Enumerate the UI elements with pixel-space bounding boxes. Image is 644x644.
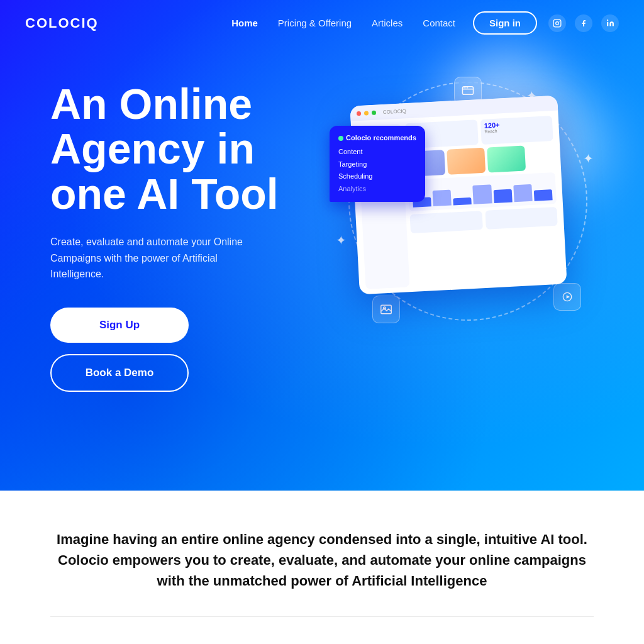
dot-green (372, 110, 376, 114)
navbar: COLOCIQ Home Pricing & Offering Articles… (0, 0, 644, 46)
nav-item-home[interactable]: Home (231, 18, 258, 29)
nav-link-articles[interactable]: Articles (372, 18, 402, 28)
signup-button[interactable]: Sign Up (50, 308, 189, 343)
dashboard-images (406, 144, 555, 177)
play-icon (553, 283, 581, 311)
bar-6 (513, 184, 532, 202)
mini-card-1 (410, 211, 483, 233)
hero-subtitle: Create, evaluate and automate your Onlin… (50, 234, 264, 282)
hero-section: An Online Agency in one AI Tool Create, … (0, 0, 644, 491)
ai-indicator (338, 136, 343, 141)
svg-rect-3 (607, 22, 608, 26)
book-demo-button[interactable]: Book a Demo (50, 354, 189, 392)
preview-image-2 (447, 148, 486, 175)
facebook-icon[interactable] (575, 14, 592, 32)
nav-links: Home Pricing & Offering Articles Contact (231, 18, 455, 29)
section-divider (50, 616, 594, 617)
bar-5 (493, 189, 512, 203)
image-icon (372, 296, 400, 323)
dot-red (357, 111, 361, 115)
hero-content: An Online Agency in one AI Tool Create, … (50, 69, 314, 392)
value-proposition-section: Imagine having an entire online agency c… (0, 491, 644, 644)
svg-rect-0 (553, 19, 561, 27)
instagram-icon[interactable] (548, 14, 566, 32)
dot-yellow (364, 111, 369, 115)
dashboard-main: 400 Likes 120+ Reach (405, 116, 560, 287)
nav-link-pricing[interactable]: Pricing & Offering (278, 18, 352, 28)
bar-3 (453, 197, 472, 206)
svg-point-1 (556, 21, 559, 25)
ai-recommendation-bubble: Colocio recommends Content Targeting Sch… (330, 126, 425, 202)
svg-point-7 (464, 87, 465, 89)
nav-link-contact[interactable]: Contact (423, 18, 455, 28)
value-proposition-text: Imagine having an entire online agency c… (52, 529, 592, 591)
logo[interactable]: COLOCIQ (25, 15, 99, 31)
hero-illustration: ✦ ✦ ✦ COLOCIQ (317, 50, 619, 402)
ai-item-content: Content (338, 146, 416, 158)
svg-marker-13 (567, 295, 570, 298)
engagement-chart (408, 172, 557, 211)
bar-2 (433, 190, 452, 206)
ai-item-scheduling: Scheduling (338, 170, 416, 183)
signin-button[interactable]: Sign in (473, 11, 537, 35)
nav-link-home[interactable]: Home (231, 18, 258, 28)
nav-item-contact[interactable]: Contact (423, 18, 455, 29)
svg-point-9 (467, 87, 469, 89)
social-links (548, 14, 619, 32)
sparkle-2: ✦ (583, 151, 594, 166)
nav-item-articles[interactable]: Articles (372, 18, 402, 29)
nav-item-pricing[interactable]: Pricing & Offering (278, 18, 352, 29)
linkedin-icon[interactable] (601, 14, 619, 32)
svg-point-4 (607, 19, 608, 21)
preview-image-3 (487, 145, 526, 172)
ai-item-analytics: Analytics (338, 183, 416, 196)
stat-reach: 120+ Reach (480, 116, 553, 145)
svg-point-8 (465, 87, 467, 89)
sparkle-3: ✦ (336, 233, 347, 248)
bar-7 (534, 189, 553, 201)
ai-bubble-title: Colocio recommends (338, 132, 416, 145)
hero-title: An Online Agency in one AI Tool (50, 82, 314, 216)
bar-4 (473, 184, 492, 204)
ai-item-targeting: Targeting (338, 158, 416, 171)
svg-point-2 (559, 21, 560, 21)
mini-card-2 (485, 207, 558, 230)
